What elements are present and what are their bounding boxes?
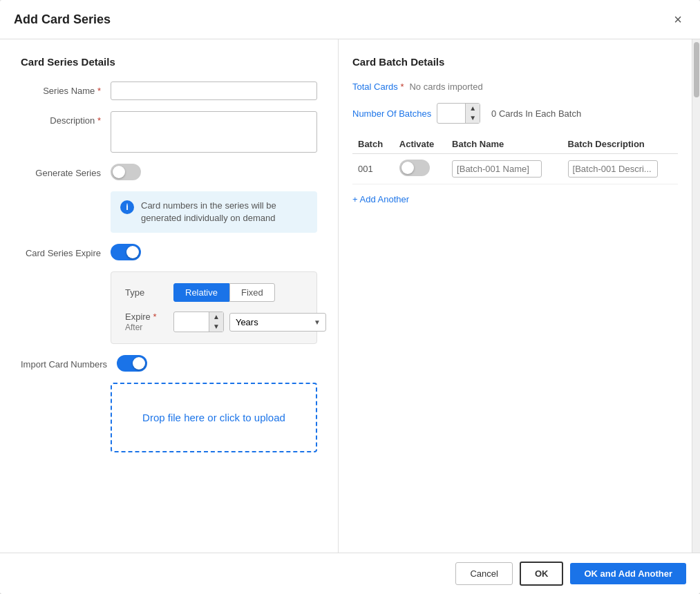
generate-series-label: Generate Series [21,164,111,178]
total-cards-row: Total Cards * No cards imported [352,82,678,92]
right-panel: Card Batch Details Total Cards * No card… [339,39,692,553]
dialog-footer: Cancel OK OK and Add Another [0,553,700,594]
info-text: Card numbers in the series will be gener… [141,200,308,224]
type-relative-button[interactable]: Relative [173,283,229,302]
expire-after-row: Expire * After 2 ▲ ▼ Years Months [125,312,303,332]
generate-series-row: Generate Series [21,164,317,180]
expire-value-spinners: ▲ ▼ [209,312,223,332]
generate-series-toggle[interactable] [111,164,141,180]
batches-down[interactable]: ▼ [466,113,480,123]
batch-desc-input[interactable] [568,160,658,178]
col-batch-name: Batch Name [446,135,562,154]
card-series-expire-row: Card Series Expire [21,244,317,260]
batch-toggle-thumb [401,162,414,174]
type-row: Type Relative Fixed [125,283,303,302]
add-another-link[interactable]: + Add Another [352,194,409,204]
description-label: Description * [21,111,111,126]
type-label: Type [125,287,173,298]
description-input[interactable] [111,111,317,153]
description-row: Description * [21,111,317,153]
table-row: 001 [352,154,678,184]
expire-value-down[interactable]: ▼ [209,322,223,332]
batches-num-input[interactable]: 1 [437,106,465,122]
left-panel: Card Series Details Series Name * Descri… [0,39,339,553]
col-batch-desc: Batch Description [562,135,678,154]
drop-area-text: Drop file here or click to upload [142,412,285,423]
info-box: i Card numbers in the series will be gen… [111,191,317,233]
batches-row: Number Of Batches 1 ▲ ▼ 0 Cards In Each … [352,103,678,124]
dialog-header: Add Card Series × [0,0,700,39]
card-series-expire-toggle[interactable] [111,244,141,260]
ok-button[interactable]: OK [520,562,564,586]
batch-name-input[interactable] [452,160,542,178]
dialog-title: Add Card Series [14,12,111,27]
batch-desc-cell [562,154,678,184]
scrollbar[interactable] [692,39,700,553]
col-batch: Batch [352,135,394,154]
expire-unit-select-wrap: Years Months Days [229,313,326,332]
expire-value-up[interactable]: ▲ [209,312,223,322]
batch-table-header: Batch Activate Batch Name Batch Descript… [352,135,678,154]
scrollbar-thumb [694,42,699,97]
import-card-numbers-row: Import Card Numbers [21,355,317,372]
close-button[interactable]: × [670,11,686,28]
series-name-label: Series Name * [21,82,111,96]
expire-box: Type Relative Fixed Expire * After 2 ▲ ▼ [111,271,317,344]
expire-unit-select[interactable]: Years Months Days [229,313,326,332]
left-section-title: Card Series Details [21,56,317,68]
batch-table: Batch Activate Batch Name Batch Descript… [352,135,678,184]
cancel-button[interactable]: Cancel [455,562,512,585]
batches-label: Number Of Batches [352,108,431,119]
ok-add-another-button[interactable]: OK and Add Another [570,563,686,584]
expire-value-input[interactable]: 2 [174,314,209,331]
card-series-expire-label: Card Series Expire [21,244,111,258]
toggle-thumb [113,166,125,178]
total-cards-label: Total Cards * [352,82,404,92]
batch-num-cell: 001 [352,154,394,184]
series-name-row: Series Name * [21,82,317,100]
type-fixed-button[interactable]: Fixed [229,283,275,302]
batches-up[interactable]: ▲ [466,104,480,113]
import-card-numbers-label: Import Card Numbers [21,355,117,370]
file-drop-area[interactable]: Drop file here or click to upload [111,383,317,452]
dialog-body: Card Series Details Series Name * Descri… [0,39,700,553]
expire-value-input-wrap: 2 ▲ ▼ [173,312,224,332]
no-cards-text: No cards imported [409,82,482,92]
batch-activate-toggle[interactable] [399,160,430,176]
batch-table-body: 001 [352,154,678,184]
batches-input-wrap: 1 ▲ ▼ [437,103,480,124]
info-icon: i [120,200,134,214]
import-toggle[interactable] [117,355,147,372]
batch-activate-cell [394,154,446,184]
batch-name-cell [446,154,562,184]
batches-spinners: ▲ ▼ [465,104,480,123]
series-name-input[interactable] [111,82,317,100]
add-card-series-dialog: Add Card Series × Card Series Details Se… [0,0,700,594]
cards-each-text: 0 Cards In Each Batch [491,108,581,119]
expire-after-label: Expire * After [125,312,173,332]
col-activate: Activate [394,135,446,154]
right-section-title: Card Batch Details [352,56,678,68]
